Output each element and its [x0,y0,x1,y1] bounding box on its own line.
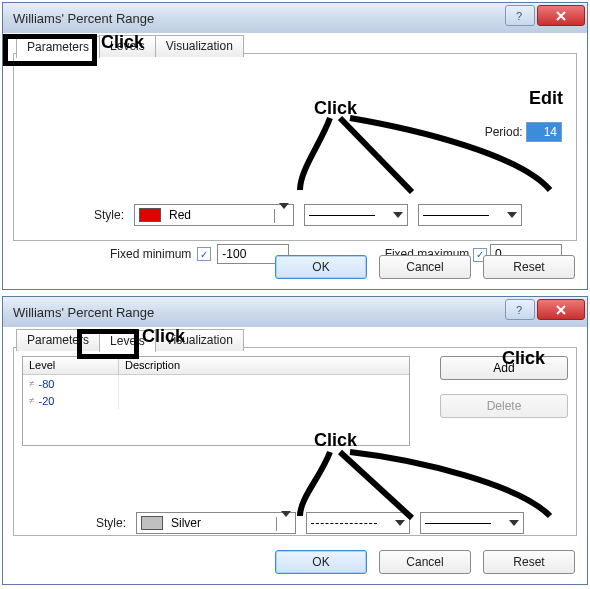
color-dropdown[interactable]: Red [134,204,294,226]
style-row: Style: Silver [86,512,524,534]
chevron-down-icon [274,209,289,223]
dialog-button-row: OK Cancel Reset [275,550,575,574]
titlebar-buttons: ? [505,5,585,26]
line-width-preview [425,523,491,524]
dialog-parameters: Williams' Percent Range ? Parameters Lev… [2,2,588,290]
level-value: -20 [39,395,55,407]
period-label: Period: [485,125,523,139]
level-row[interactable]: ≠-80 [23,375,409,392]
titlebar: Williams' Percent Range ? [3,3,587,33]
style-row: Style: Red [14,204,576,226]
tab-levels[interactable]: Levels [99,35,156,57]
linewidth-dropdown[interactable] [418,204,522,226]
help-button[interactable]: ? [505,5,535,26]
dialog-levels: Williams' Percent Range ? Parameters Lev… [2,296,588,585]
level-header: Level [23,357,119,374]
chevron-down-icon [276,517,291,531]
color-swatch-icon [139,208,161,222]
tab-parameters[interactable]: Parameters [16,329,100,351]
delete-button[interactable]: Delete [440,394,568,418]
reset-button[interactable]: Reset [483,255,575,279]
period-input[interactable] [526,122,562,142]
chevron-down-icon [393,212,403,218]
titlebar-buttons: ? [505,299,585,320]
close-icon [555,304,567,316]
level-value: -80 [39,378,55,390]
dialog-body: Parameters Levels Visualization Period: … [3,33,587,289]
level-icon: ≠ [29,395,35,406]
color-swatch-icon [141,516,163,530]
help-icon: ? [514,10,526,22]
tab-levels[interactable]: Levels [99,330,156,352]
level-row[interactable]: ≠-20 [23,392,409,409]
level-description [119,392,409,409]
svg-text:?: ? [516,10,522,22]
svg-text:?: ? [516,304,522,316]
color-name: Silver [171,516,201,530]
levels-list[interactable]: Level Description ≠-80 ≠-20 [22,356,410,446]
cancel-button[interactable]: Cancel [379,550,471,574]
linestyle-dropdown[interactable] [304,204,408,226]
close-button[interactable] [537,299,585,320]
tab-strip: Parameters Levels Visualization [16,329,243,351]
reset-button[interactable]: Reset [483,550,575,574]
tab-container: Parameters Levels Visualization Period: … [13,53,577,241]
dialog-title: Williams' Percent Range [13,11,154,26]
tab-container: Parameters Levels Visualization Level De… [13,347,577,536]
linewidth-dropdown[interactable] [420,512,524,534]
tab-visualization[interactable]: Visualization [155,35,244,57]
description-header: Description [119,357,409,374]
titlebar: Williams' Percent Range ? [3,297,587,327]
linestyle-dropdown[interactable] [306,512,410,534]
line-style-preview [309,215,375,216]
level-icon: ≠ [29,378,35,389]
tab-visualization[interactable]: Visualization [155,329,244,351]
chevron-down-icon [395,520,405,526]
color-name: Red [169,208,191,222]
dialog-title: Williams' Percent Range [13,305,154,320]
close-icon [555,10,567,22]
ok-button[interactable]: OK [275,255,367,279]
levels-headers: Level Description [23,357,409,375]
fixed-minimum-label: Fixed minimum [110,247,191,261]
line-style-preview [311,523,377,524]
chevron-down-icon [509,520,519,526]
tab-parameters[interactable]: Parameters [16,36,100,58]
color-dropdown[interactable]: Silver [136,512,296,534]
style-label: Style: [84,208,124,222]
cancel-button[interactable]: Cancel [379,255,471,279]
chevron-down-icon [507,212,517,218]
tab-strip: Parameters Levels Visualization [16,35,243,57]
help-button[interactable]: ? [505,299,535,320]
dialog-button-row: OK Cancel Reset [275,255,575,279]
level-description [119,375,409,392]
period-row: Period: [485,122,562,142]
fixed-minimum-checkbox[interactable]: ✓ [197,247,211,261]
help-icon: ? [514,304,526,316]
dialog-body: Parameters Levels Visualization Level De… [3,327,587,584]
line-width-preview [423,215,489,216]
add-button[interactable]: Add [440,356,568,380]
ok-button[interactable]: OK [275,550,367,574]
close-button[interactable] [537,5,585,26]
style-label: Style: [86,516,126,530]
